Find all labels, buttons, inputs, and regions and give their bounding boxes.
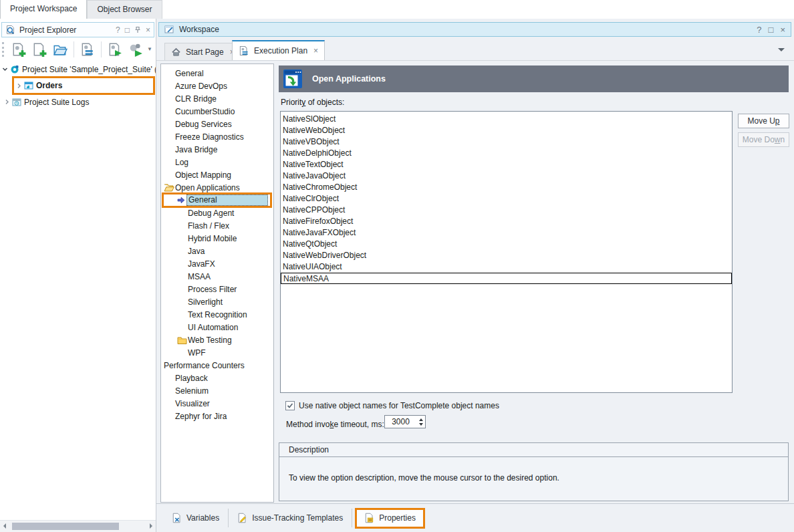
priority-list-item[interactable]: NativeMSAA [281, 273, 732, 284]
expand-chevron-icon[interactable] [2, 99, 11, 105]
open-icon[interactable] [51, 40, 70, 59]
options-tree-item[interactable]: Log [161, 156, 273, 168]
options-tree-item[interactable]: Visualizer [161, 397, 273, 410]
options-tree-item[interactable]: Freeze Diagnostics [161, 130, 273, 143]
options-tree-item[interactable]: Open Applications [161, 181, 273, 194]
project-tree: Project Suite 'Sample_Project_Suite' (1 … [0, 61, 156, 520]
dropdown-arrow-icon[interactable]: ▼ [147, 46, 152, 52]
priority-list-item[interactable]: NativeJavaObject [281, 170, 732, 182]
spinner-value[interactable]: 3000 [385, 416, 416, 428]
options-tree-item[interactable]: Text Recognition [161, 308, 273, 321]
close-icon[interactable]: × [146, 26, 150, 34]
spin-up-icon[interactable] [419, 416, 423, 421]
options-tree-item[interactable]: JavaFX [161, 257, 273, 270]
maximize-icon[interactable]: □ [125, 26, 130, 34]
priority-list-item[interactable]: NativeFirefoxObject [281, 216, 732, 227]
priority-list-item[interactable]: NativeVBObject [281, 136, 732, 148]
description-text: To view the option description, move the… [279, 457, 788, 483]
tab-project-workspace[interactable]: Project Workspace [0, 0, 87, 19]
options-tree-item[interactable]: CucumberStudio [161, 105, 273, 118]
options-tree-item[interactable]: CLR Bridge [161, 92, 273, 105]
workspace-icon [164, 25, 174, 34]
options-tree-item[interactable]: Playback [161, 372, 273, 384]
run-project-icon[interactable] [106, 40, 124, 59]
organize-tests-icon[interactable] [78, 40, 97, 59]
tab-properties[interactable]: Properties [355, 508, 425, 529]
priority-item-label: NativeFirefoxObject [283, 217, 353, 226]
scroll-right-icon[interactable] [150, 523, 152, 529]
tab-label: Start Page [186, 47, 224, 57]
options-tree-item[interactable]: Azure DevOps [161, 80, 273, 92]
collapse-chevron-icon[interactable] [0, 66, 9, 72]
options-tree-item[interactable]: Zephyr for Jira [161, 410, 273, 422]
panel-title: Project Explorer [19, 25, 112, 35]
options-tree-item[interactable]: Web Testing [161, 334, 273, 346]
options-tree-item[interactable]: Java Bridge [161, 143, 273, 156]
options-tree-item[interactable]: Process Filter [161, 283, 273, 295]
options-tree-item[interactable]: WPF [161, 346, 273, 359]
tree-item-project-suite-logs[interactable]: Project Suite Logs [0, 96, 156, 108]
tab-list-dropdown-icon[interactable] [778, 48, 785, 55]
tab-label: Execution Plan [254, 46, 307, 55]
options-tree-item[interactable]: Performance Counters [161, 359, 273, 372]
priority-item-label: NativeCPPObject [283, 205, 345, 215]
priority-list-item[interactable]: NativeTextObject [281, 159, 732, 170]
toolbar-separator [101, 41, 102, 57]
options-tree-item[interactable]: Flash / Flex [161, 219, 273, 232]
help-icon[interactable]: ? [757, 25, 761, 34]
options-tree-item[interactable]: UI Automation [161, 321, 273, 334]
expand-chevron-icon[interactable] [14, 83, 23, 89]
priority-list-item[interactable]: NativeClrObject [281, 193, 732, 205]
toolbar-grip[interactable] [2, 42, 6, 57]
help-icon[interactable]: ? [116, 26, 120, 34]
add-project-suite-icon[interactable] [9, 40, 28, 59]
tab-object-browser[interactable]: Object Browser [87, 0, 162, 19]
priority-list-item[interactable]: NativeWebDriverObject [281, 250, 732, 261]
priority-item-label: NativeJavaFXObject [283, 228, 356, 237]
move-up-button[interactable]: Move Up [738, 114, 789, 128]
priority-list-item[interactable]: NativeWebObject [281, 125, 732, 136]
options-tree-item[interactable]: Hybrid Mobile [161, 232, 273, 245]
priority-list-item[interactable]: NativeCPPObject [281, 205, 732, 216]
tree-item-orders-highlight[interactable]: Orders [12, 76, 155, 95]
options-tree-item[interactable]: General [161, 67, 273, 80]
tree-item-project-suite[interactable]: Project Suite 'Sample_Project_Suite' (1 … [0, 63, 156, 76]
priority-list-item[interactable]: NativeSlObject [281, 114, 732, 125]
options-tree-item[interactable]: Selenium [161, 384, 273, 397]
method-invoke-timeout-spinner[interactable]: 3000 [384, 415, 426, 428]
options-tree-item[interactable]: Object Mapping [161, 168, 273, 181]
options-tree-item[interactable]: Silverlight [161, 295, 273, 308]
options-tree-label: CLR Bridge [175, 94, 217, 104]
options-tree-item[interactable]: General [161, 194, 273, 207]
add-new-item-icon[interactable] [30, 40, 49, 59]
priority-list-item[interactable]: NativeUIAObject [281, 261, 732, 273]
tab-execution-plan[interactable]: Execution Plan × [232, 40, 325, 60]
run-project-suite-icon[interactable] [126, 40, 145, 59]
close-icon[interactable]: × [780, 25, 785, 34]
options-tree-label: Process Filter [188, 285, 237, 294]
options-tree-item[interactable]: Debug Services [161, 118, 273, 130]
tab-issue-tracking-templates[interactable]: Issue-Tracking Templates [229, 508, 352, 528]
options-tree-label: JavaFX [188, 259, 215, 269]
priority-list-item[interactable]: NativeJavaFXObject [281, 227, 732, 239]
tab-variables[interactable]: Variables [163, 508, 228, 528]
pin-icon[interactable] [134, 26, 141, 33]
use-native-names-checkbox[interactable] [285, 401, 295, 410]
maximize-icon[interactable]: □ [769, 25, 774, 34]
scrollbar-thumb[interactable] [12, 523, 119, 530]
options-tree-item[interactable]: Debug Agent [161, 207, 273, 219]
priority-listbox[interactable]: NativeSlObjectNativeWebObjectNativeVBObj… [280, 111, 733, 393]
priority-list-item[interactable]: NativeQtObject [281, 239, 732, 250]
priority-list-item[interactable]: NativeDelphiObject [281, 148, 732, 159]
tab-start-page[interactable]: Start Page × [164, 43, 241, 60]
scroll-left-icon[interactable] [3, 523, 6, 529]
options-tree-label: Debug Services [175, 120, 232, 129]
move-down-button[interactable]: Move Down [738, 132, 789, 147]
spin-down-icon[interactable] [419, 423, 423, 428]
priority-list-item[interactable]: NativeChromeObject [281, 182, 732, 193]
horizontal-scrollbar[interactable] [0, 520, 156, 532]
close-tab-icon[interactable]: × [313, 46, 318, 55]
options-tree-item[interactable]: Java [161, 245, 273, 257]
options-tree-item[interactable]: MSAA [161, 270, 273, 283]
tab-label: Properties [379, 513, 416, 523]
